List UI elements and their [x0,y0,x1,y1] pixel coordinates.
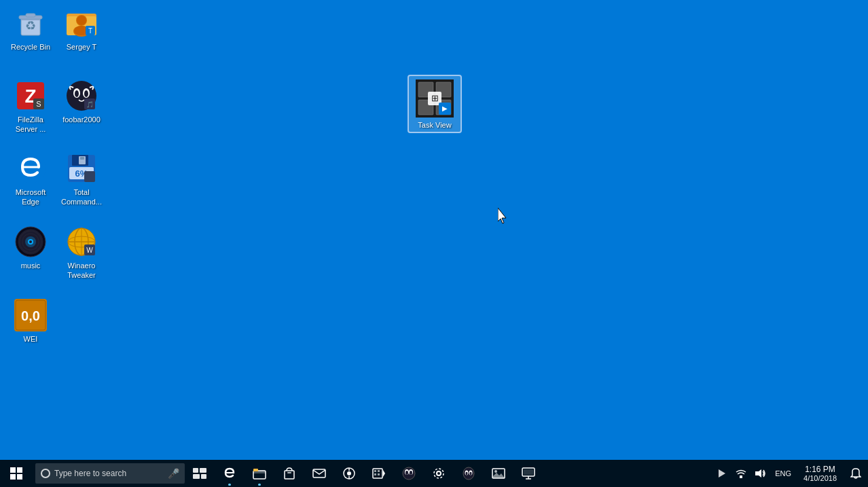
winaero-image: W [65,226,98,258]
edge-taskbar-btn[interactable] [215,460,245,487]
total-commander-label: Total Command... [57,187,106,207]
svg-marker-99 [492,473,505,478]
svg-text:0,0: 0,0 [21,308,40,323]
svg-rect-65 [200,468,206,473]
taskbar: Type here to search 🎤 [0,460,868,487]
clock-area[interactable]: 1:16 PM 4/10/2018 [797,460,844,487]
svg-point-96 [470,472,472,475]
mouse-cursor [498,208,506,221]
svg-rect-73 [287,472,291,473]
notification-button[interactable] [844,460,868,487]
task-view-taskbar-btn[interactable] [185,460,215,487]
svg-rect-64 [193,468,198,473]
clock-time: 1:16 PM [805,465,835,474]
volume-tray-icon[interactable] [751,460,770,487]
music-image [14,226,47,258]
explorer-taskbar-btn[interactable] [245,460,274,487]
search-icon [41,469,50,478]
svg-rect-83 [374,473,376,475]
svg-point-89 [410,471,412,475]
wei-label: WEI [24,334,38,344]
svg-rect-84 [378,473,380,475]
svg-point-91 [434,469,444,478]
desktop: ♻ Recycle Bin T [0,0,868,460]
svg-rect-4 [26,14,35,17]
recycle-bin-image: ♻ [14,7,47,39]
svg-point-47 [29,240,32,243]
foobar-taskbar-btn[interactable] [394,460,424,487]
sergey-t-label: Sergey T [67,42,96,52]
language-label: ENG [775,469,791,477]
svg-point-90 [437,471,441,475]
svg-marker-80 [383,470,385,477]
ms-edge-image [14,152,47,185]
filezilla-icon[interactable]: Z S FileZilla Server ... [3,77,58,137]
store-taskbar-btn[interactable] [274,460,304,487]
svg-text:T: T [88,27,92,35]
svg-text:S: S [36,100,41,108]
svg-rect-66 [193,474,200,479]
network-tray-icon[interactable] [731,460,751,487]
svg-marker-106 [755,469,761,477]
wei-image: 0,0 [14,299,47,331]
hp-taskbar-btn[interactable] [334,460,364,487]
task-view-icon[interactable]: ⊞ ▶ Task View [408,75,462,133]
svg-point-85 [403,467,415,480]
svg-point-98 [494,470,497,473]
task-view-label: Task View [418,121,451,129]
start-button[interactable] [0,460,33,487]
svg-point-92 [463,467,474,480]
filezilla-image: Z S [14,79,47,112]
settings-taskbar-btn[interactable] [424,460,454,487]
svg-rect-41 [80,157,84,160]
svg-text:⊞: ⊞ [431,93,439,103]
filezilla-label: FileZilla Server ... [6,115,55,134]
clock-date: 4/10/2018 [803,474,837,482]
ms-edge-label: Microsoft Edge [6,187,55,207]
mail-taskbar-btn[interactable] [304,460,334,487]
search-box[interactable]: Type here to search 🎤 [35,463,185,484]
cinema-taskbar-btn[interactable] [364,460,394,487]
foobar2000-label: foobar2000 [62,115,101,124]
svg-rect-63 [17,474,22,480]
wei-icon[interactable]: 0,0 WEI [3,296,58,346]
svg-text:♻: ♻ [25,19,36,33]
foobar2000-image: 🎵 [65,79,98,112]
winaero-label: Winaero Tweaker [57,261,106,281]
svg-point-21 [75,90,79,97]
ms-edge-icon[interactable]: Microsoft Edge [3,149,58,210]
show-hidden-tray-btn[interactable] [712,460,731,487]
svg-text:W: W [86,247,93,254]
language-tray-btn[interactable]: ENG [770,460,797,487]
svg-rect-81 [374,470,376,472]
svg-marker-104 [719,469,725,477]
svg-point-9 [77,16,86,25]
svg-text:🎵: 🎵 [86,101,94,109]
search-placeholder: Type here to search [54,469,165,478]
svg-point-95 [466,472,468,475]
sergey-t-image: T [65,7,98,39]
svg-rect-60 [10,467,16,473]
svg-rect-71 [253,469,258,471]
sergey-t-icon[interactable]: T Sergey T [54,4,109,54]
svg-rect-42 [84,171,95,182]
recycle-bin-icon[interactable]: ♻ Recycle Bin [3,4,58,54]
svg-rect-72 [285,471,294,479]
svg-rect-105 [740,475,742,478]
recycle-bin-label: Recycle Bin [11,42,50,52]
music-label: music [21,261,41,270]
music-icon[interactable]: music [3,223,58,273]
total-commander-icon[interactable]: 6% Total Command... [54,149,109,210]
system-tray: ENG 1:16 PM 4/10/2018 [712,460,868,487]
svg-point-22 [84,90,88,97]
alien-taskbar-btn[interactable] [454,460,484,487]
svg-point-88 [405,471,408,475]
task-view-image: ⊞ ▶ [415,79,454,118]
foobar2000-icon[interactable]: 🎵 foobar2000 [54,77,109,127]
svg-rect-62 [10,474,16,480]
image-viewer-taskbar-btn[interactable] [484,460,513,487]
microphone-icon[interactable]: 🎤 [168,468,179,479]
svg-rect-61 [17,467,22,473]
winaero-icon[interactable]: W Winaero Tweaker [54,223,109,283]
display-taskbar-btn[interactable] [513,460,543,487]
